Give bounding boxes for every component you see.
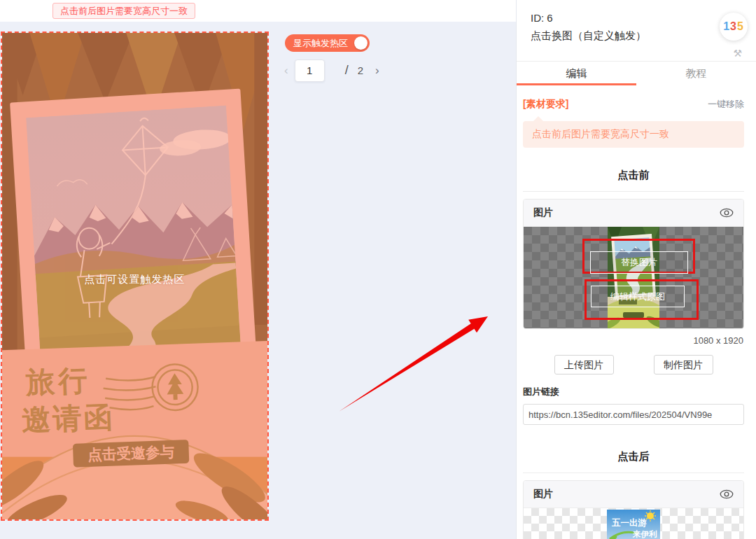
material-requirement-label: [素材要求] bbox=[523, 98, 568, 111]
upload-image-button[interactable]: 上传图片 bbox=[554, 355, 614, 374]
hotspot-hint-text: 点击可设置触发热区 bbox=[2, 273, 267, 286]
tab-edit[interactable]: 编辑 bbox=[517, 62, 636, 85]
component-title: 点击换图（自定义触发） bbox=[531, 29, 711, 43]
tools-icon[interactable]: ⚒ bbox=[733, 48, 742, 59]
prev-page-icon[interactable]: ‹ bbox=[284, 64, 288, 78]
after-image-thumbnail: 五一出游 来伊利 bbox=[607, 510, 660, 539]
one-click-remove-button[interactable]: 一键移除 bbox=[708, 98, 744, 111]
divider bbox=[523, 191, 744, 192]
editor-window: 点击前后图片需要宽高尺寸一致 bbox=[0, 0, 756, 539]
after-thumb-text-2: 来伊利 bbox=[632, 530, 657, 539]
toggle-knob bbox=[354, 36, 368, 50]
panel-header: ID: 6 点击换图（自定义触发） 135 ⚒ bbox=[517, 0, 756, 61]
after-thumb-text-1: 五一出游 bbox=[611, 518, 648, 528]
properties-panel: ID: 6 点击换图（自定义触发） 135 ⚒ 编辑 教程 [素材要求] 一键移… bbox=[516, 0, 756, 539]
visibility-eye-icon[interactable] bbox=[720, 489, 734, 499]
image-card-title: 图片 bbox=[533, 206, 553, 219]
show-hotspot-toggle[interactable]: 显示触发热区 bbox=[285, 34, 370, 52]
135editor-logo[interactable]: 135 bbox=[720, 13, 748, 41]
panel-body: [素材要求] 一键移除 点击前后图片需要宽高尺寸一致 点击前 图片 bbox=[517, 85, 756, 539]
after-image-card: 图片 bbox=[523, 480, 744, 539]
edit-style-original-button[interactable]: 编辑样式原图 bbox=[591, 286, 685, 307]
page-separator: / bbox=[345, 63, 349, 78]
logo-digit-3: 3 bbox=[730, 20, 737, 33]
size-requirement-badge: 点击前后图片需要宽高尺寸一致 bbox=[52, 3, 195, 19]
image-link-input[interactable] bbox=[523, 404, 744, 425]
component-id: ID: 6 bbox=[531, 12, 711, 24]
image-link-label: 图片链接 bbox=[523, 386, 744, 398]
image-dimensions: 1080 x 1920 bbox=[523, 335, 744, 346]
after-click-title: 点击后 bbox=[523, 450, 744, 463]
before-image-card: 图片 bbox=[523, 199, 744, 329]
page-number-input[interactable] bbox=[295, 59, 325, 82]
after-image-preview: 五一出游 来伊利 bbox=[524, 508, 743, 539]
page-total: 2 bbox=[358, 64, 363, 76]
next-page-icon[interactable]: › bbox=[375, 64, 379, 78]
image-card-title: 图片 bbox=[533, 488, 553, 500]
tab-tutorial[interactable]: 教程 bbox=[636, 62, 756, 85]
make-image-button[interactable]: 制作图片 bbox=[654, 355, 713, 374]
divider bbox=[523, 472, 744, 473]
requirement-notice: 点击前后图片需要宽高尺寸一致 bbox=[523, 121, 744, 148]
replace-image-button[interactable]: 替换图片 bbox=[590, 251, 688, 274]
pagination: ‹ / 2 › bbox=[284, 59, 379, 82]
before-image-preview: 替换图片 编辑样式原图 bbox=[524, 227, 743, 328]
before-click-title: 点击前 bbox=[523, 169, 744, 182]
logo-digit-1: 1 bbox=[723, 20, 730, 33]
show-hotspot-toggle-label: 显示触发热区 bbox=[293, 38, 348, 48]
panel-tabs: 编辑 教程 bbox=[517, 61, 756, 85]
logo-digit-5: 5 bbox=[737, 20, 744, 33]
visibility-eye-icon[interactable] bbox=[720, 208, 734, 218]
poster-hotspot-area[interactable]: 旅行 邀请函 bbox=[1, 31, 269, 521]
